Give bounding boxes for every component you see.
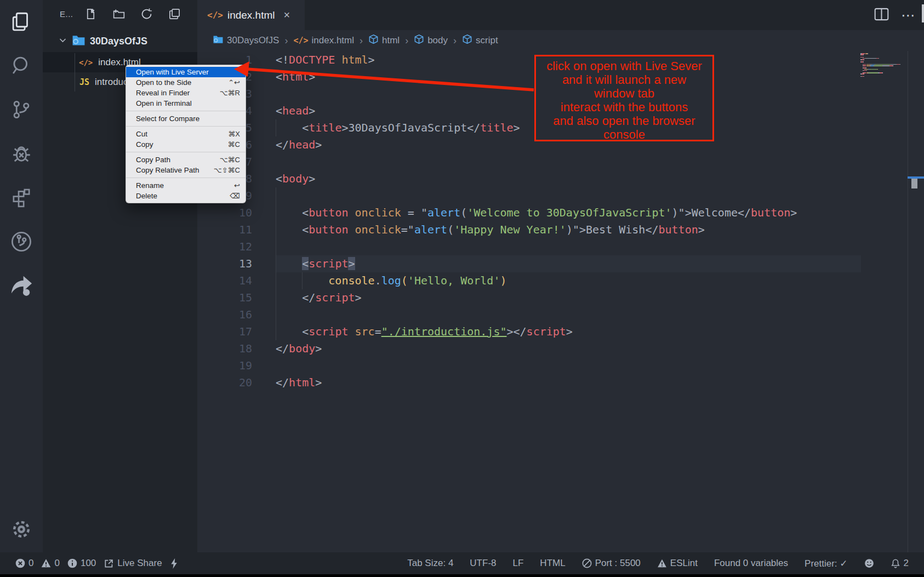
status-item-bolt[interactable] (170, 558, 178, 569)
code-line[interactable] (276, 238, 861, 255)
extensions-icon[interactable] (10, 187, 32, 209)
minimap-line (900, 64, 900, 65)
code-line[interactable]: <script src="./introduction.js"></script… (276, 323, 861, 340)
breadcrumb-item-html[interactable]: html (368, 34, 400, 47)
status-item-prettier-[interactable]: Prettier: ✓ (805, 558, 847, 569)
vscode-window: E... 30DaysOfJS </> in (0, 0, 924, 577)
code-line[interactable]: <script> (276, 255, 861, 272)
bolt-icon (170, 558, 178, 569)
collapse-folders-icon[interactable] (168, 8, 181, 22)
status-bar: 00100Live Share Tab Size: 4UTF-8LFHTMLPo… (0, 552, 924, 574)
context-menu-item-cut[interactable]: Cut⌘X (126, 129, 246, 139)
minimap-line (879, 58, 879, 59)
window-scrollbar (922, 4, 924, 22)
line-number: 18 (197, 340, 252, 357)
breadcrumb-label: html (382, 35, 400, 46)
minimap-line (863, 61, 864, 62)
context-menu-item-copy-relative-path[interactable]: Copy Relative Path⌥⇧⌘C (126, 165, 246, 175)
status-item-utf-8[interactable]: UTF-8 (470, 558, 496, 569)
source-control-icon[interactable] (10, 98, 33, 121)
breadcrumb-item-index-html[interactable]: </>index.html (293, 35, 354, 46)
breadcrumb-label: index.html (312, 35, 354, 46)
code-line[interactable]: console.log('Hello, World') (276, 272, 861, 289)
cube-icon (368, 34, 379, 47)
explorer-header: E... (43, 0, 197, 28)
line-number: 20 (197, 374, 252, 391)
status-item-tab-size-4[interactable]: Tab Size: 4 (407, 558, 453, 569)
line-number: 17 (197, 323, 252, 340)
code-line[interactable]: <body> (276, 170, 861, 187)
code-line[interactable] (276, 187, 861, 204)
line-number: 10 (197, 204, 252, 221)
close-icon[interactable]: × (284, 9, 290, 21)
share-icon[interactable] (9, 275, 33, 296)
breadcrumb-item-body[interactable]: body (414, 34, 448, 47)
gear-icon[interactable] (9, 517, 33, 541)
more-actions-icon[interactable]: ⋯ (901, 13, 915, 18)
context-menu-item-copy[interactable]: Copy⌘C (126, 139, 246, 150)
context-menu-item-open-with-live-server[interactable]: Open with Live Server (126, 67, 246, 77)
new-folder-icon[interactable] (112, 8, 126, 22)
live-share-icon[interactable] (10, 230, 33, 253)
breadcrumb-item-script[interactable]: script (462, 34, 498, 47)
info-icon (67, 558, 77, 568)
live-share-icon (104, 558, 114, 569)
explorer-icon[interactable] (10, 10, 33, 33)
code-line[interactable] (276, 357, 861, 374)
new-file-icon[interactable] (84, 8, 97, 22)
minimap-line (869, 72, 878, 73)
status-item-lf[interactable]: LF (513, 558, 524, 569)
status-item-eslint[interactable]: ESLint (657, 558, 698, 569)
folder-opened-icon (72, 34, 85, 49)
status-item-100[interactable]: 100 (67, 558, 96, 569)
context-menu-item-delete[interactable]: Delete⌫ (126, 191, 246, 201)
code-line[interactable]: </body> (276, 340, 861, 357)
line-number: 13 (197, 255, 252, 272)
line-number: 12 (197, 238, 252, 255)
context-menu-item-select-for-compare[interactable]: Select for Compare (126, 113, 246, 124)
breadcrumb-separator: › (284, 35, 288, 47)
status-item-html[interactable]: HTML (540, 558, 565, 569)
status-item-0[interactable]: 0 (15, 558, 33, 569)
minimap-line (877, 69, 878, 70)
run-and-debug-icon[interactable] (10, 142, 33, 165)
minimap-line (864, 73, 864, 75)
minimap-line (864, 59, 864, 60)
status-item-0[interactable]: 0 (41, 558, 59, 569)
annotation-line: and also open the browser (536, 114, 712, 128)
breadcrumb-label: 30DaysOfJS (227, 35, 279, 46)
code-line[interactable]: </script> (276, 289, 861, 306)
context-menu-item-rename[interactable]: Rename↩ (126, 180, 246, 191)
status-item-port-5500[interactable]: Port : 5500 (582, 558, 641, 569)
html-file-icon: </> (207, 10, 223, 20)
split-editor-icon[interactable] (874, 8, 889, 23)
menu-separator (126, 126, 246, 127)
scrollbar-thumb[interactable] (911, 179, 917, 188)
status-item-live-share[interactable]: Live Share (104, 558, 162, 569)
context-menu-item-reveal-in-finder[interactable]: Reveal in Finder⌥⌘R (126, 88, 246, 98)
search-icon[interactable] (10, 54, 33, 77)
breadcrumb-item-30daysofjs[interactable]: 30DaysOfJS (213, 35, 279, 47)
context-menu-item-open-to-the-side[interactable]: Open to the Side⌃↩ (126, 77, 246, 88)
minimap[interactable] (860, 53, 906, 86)
tab-index-html[interactable]: </> index.html × (197, 0, 305, 30)
code-line[interactable]: </html> (276, 374, 861, 391)
sidebar-item-folder-30daysofjs[interactable]: 30DaysOfJS (43, 31, 197, 52)
status-item-found-0-variables[interactable]: Found 0 variables (714, 558, 788, 569)
minimap-line (882, 72, 883, 73)
code-line[interactable]: <button onclick="alert('Happy New Year!'… (276, 221, 861, 238)
bell-icon (891, 558, 900, 568)
code-line[interactable]: <button onclick = "alert('Welcome to 30D… (276, 204, 861, 221)
html-file-icon: </> (79, 58, 93, 67)
code-line[interactable] (276, 153, 861, 170)
cube-icon (462, 34, 472, 47)
code-line[interactable] (276, 306, 861, 323)
context-menu-item-copy-path[interactable]: Copy Path⌥⌘C (126, 155, 246, 165)
status-item-2[interactable]: 2 (891, 558, 909, 569)
slash-circle-icon (582, 558, 592, 568)
context-menu-item-open-in-terminal[interactable]: Open in Terminal (126, 98, 246, 108)
minimap-line (864, 76, 864, 77)
tab-label: index.html (227, 9, 275, 21)
refresh-icon[interactable] (140, 8, 153, 22)
status-item-smiley[interactable] (864, 558, 874, 568)
